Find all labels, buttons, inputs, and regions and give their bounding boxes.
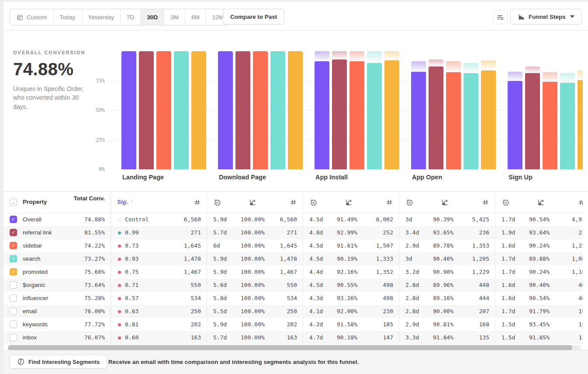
bar-search[interactable] [174, 51, 189, 169]
date-range-label: Yesterday [88, 14, 114, 21]
select-all-checkbox[interactable]: – [10, 199, 17, 206]
date-range-6m[interactable]: 6M [185, 9, 206, 25]
bar-search[interactable] [463, 73, 478, 169]
hash-icon[interactable] [577, 197, 583, 207]
total-conversion-value: 76.07% [57, 331, 105, 344]
total-conversion-value: 77.72% [57, 318, 105, 331]
bar-referral-link[interactable] [235, 51, 250, 169]
step-count: 12 [547, 331, 583, 344]
bar-referral-link[interactable] [429, 66, 443, 169]
row-checkbox-sidebar[interactable]: ✓ [10, 242, 17, 249]
column-divider [495, 192, 495, 344]
bar-search[interactable] [367, 63, 382, 170]
table-row[interactable]: ✓Overall74.88%Control6,5605.9d100.00%6,5… [3, 213, 583, 226]
row-checkbox-referrallink[interactable]: ✓ [10, 229, 17, 236]
conversion-chart-icon[interactable] [248, 197, 257, 207]
time-to-convert: 5.6d [213, 279, 227, 292]
hash-icon[interactable] [384, 197, 394, 207]
date-range-30d[interactable]: 30D [141, 9, 164, 25]
row-checkbox-search[interactable]: ✓ [10, 255, 17, 262]
clock-check-icon[interactable] [212, 197, 222, 207]
row-checkbox-email[interactable] [10, 308, 17, 315]
table-row[interactable]: ✓referral link81.55%0.992715.7d100.00%27… [3, 226, 583, 239]
bar-referral-link[interactable] [332, 59, 347, 169]
bar-referral-link[interactable] [525, 73, 540, 169]
time-to-convert: 1.7d [502, 266, 515, 279]
date-range-yesterday[interactable]: Yesterday [82, 9, 121, 25]
table-row[interactable]: ✓search73.27%0.931,4785.9d100.00%1,4784.… [3, 252, 583, 266]
step-count: 444 [451, 292, 489, 305]
clock-check-icon[interactable] [308, 197, 318, 207]
hash-icon[interactable] [288, 197, 298, 207]
property-name: Overall [23, 213, 42, 226]
time-to-convert: 1.5d [502, 331, 515, 344]
table-row[interactable]: $organic73.64%0.715505.6d100.00%5504.5d9… [3, 279, 583, 292]
bar-Overall[interactable] [218, 51, 233, 169]
row-checkbox-influencer[interactable] [10, 294, 17, 302]
date-range-3m[interactable]: 3M [164, 9, 185, 25]
bar-search[interactable] [560, 83, 575, 169]
total-conv-column-header[interactable]: Total Conv. [57, 195, 105, 203]
date-range-custom[interactable]: Custom [10, 9, 54, 25]
table-row[interactable]: influencer75.28%0.575345.8d100.00%5344.3… [3, 292, 583, 305]
bar-sidebar[interactable] [253, 51, 268, 169]
row-checkbox-organic[interactable] [10, 281, 17, 289]
bar-sidebar[interactable] [446, 72, 461, 169]
bar-promoted[interactable] [481, 70, 496, 169]
table-row[interactable]: ✓sidebar74.22%0.731,6456d100.00%1,6454.5… [3, 239, 583, 252]
sig-column-header[interactable]: Sig. [117, 199, 128, 205]
hash-icon[interactable] [481, 197, 490, 207]
date-range-7d[interactable]: 7D [121, 9, 141, 25]
bar-Overall[interactable] [508, 81, 522, 169]
bar-Overall[interactable] [411, 72, 426, 169]
bar-promoted[interactable] [578, 80, 583, 169]
bar-promoted[interactable] [191, 51, 206, 169]
sort-arrow-icon[interactable]: ↑ [130, 198, 133, 204]
hash-icon[interactable] [192, 197, 202, 207]
clock-check-icon[interactable] [501, 197, 510, 207]
bar-search[interactable] [270, 51, 285, 169]
step-conversion-rate: 90.55% [337, 279, 357, 292]
step-count: 1,478 [163, 252, 201, 266]
table-row[interactable]: keywords77.72%0.812025.9d100.00%2024.2d9… [3, 318, 583, 331]
clock-check-icon[interactable] [405, 197, 414, 207]
table-row[interactable]: inbox76.07%0.601635.7d100.00%1634.7d90.1… [3, 331, 583, 344]
step-count: 534 [163, 292, 201, 305]
bar-sidebar[interactable] [349, 61, 364, 169]
property-column-header[interactable]: Property [23, 199, 47, 205]
conversion-chart-icon[interactable] [536, 197, 546, 207]
table-row[interactable]: email76.00%0.632505.5d100.00%2504.1d92.0… [3, 305, 583, 318]
bar-sidebar[interactable] [156, 51, 171, 169]
find-interesting-segments-button[interactable]: Find Interesting Segments [10, 355, 107, 369]
significance-dot [118, 297, 121, 300]
bar-promoted[interactable] [384, 60, 399, 169]
total-conversion-value: 75.28% [57, 292, 105, 305]
row-checkbox-promoted[interactable]: ✓ [10, 268, 17, 276]
date-range-today[interactable]: Today [54, 9, 82, 25]
chart-type-dropdown[interactable]: Funnel Steps [510, 9, 582, 24]
time-to-convert: 3.2d [405, 266, 419, 279]
bar-Overall[interactable] [121, 51, 136, 169]
bar-promoted[interactable] [288, 51, 303, 169]
step-conversion-rate: 93.26% [337, 292, 357, 305]
significance-value: Control [125, 213, 149, 226]
time-to-convert: 5.9d [213, 252, 227, 266]
step-count: 550 [259, 279, 297, 292]
conversion-chart-icon[interactable] [344, 197, 353, 207]
table-row[interactable]: ✓promoted75.60%0.751,4675.9d100.00%1,467… [3, 266, 583, 279]
time-to-convert: 4.3d [309, 292, 323, 305]
bar-sidebar[interactable] [543, 82, 557, 169]
row-checkbox-overall[interactable]: ✓ [10, 216, 17, 223]
bar-referral-link[interactable] [139, 51, 154, 169]
footer-bar: Find Interesting Segments Receive an ema… [3, 350, 588, 374]
step-conversion-rate: 91.61% [337, 239, 357, 252]
conversion-chart-icon[interactable] [440, 197, 450, 207]
time-to-convert: 2.9d [405, 239, 419, 252]
row-checkbox-keywords[interactable] [10, 321, 17, 328]
row-checkbox-inbox[interactable] [10, 334, 17, 341]
bar-Overall[interactable] [315, 61, 329, 169]
bar-group-app-install [315, 51, 399, 169]
view-options-button[interactable] [493, 10, 508, 24]
table-scroll-area[interactable]: – Property Total Conv. Sig. ↑ ✓Overall74… [3, 192, 583, 350]
compare-to-past-button[interactable]: Compare to Past [223, 9, 284, 24]
